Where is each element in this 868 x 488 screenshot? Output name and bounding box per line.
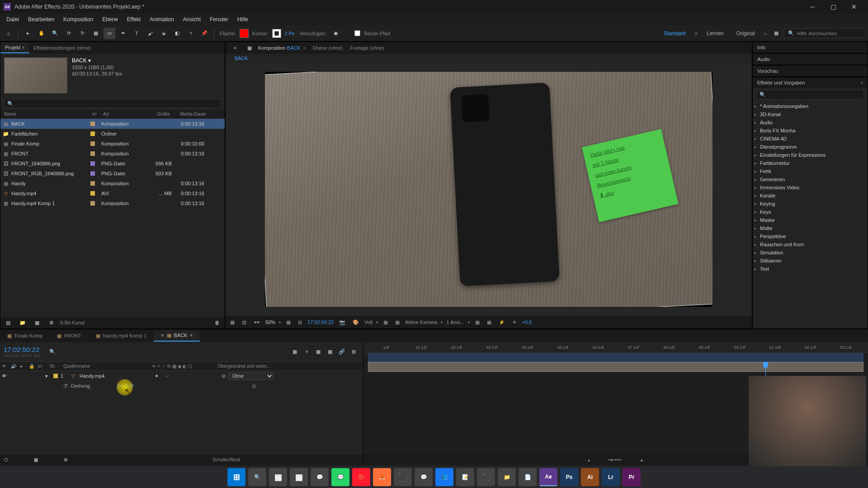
viewer-time[interactable]: 17:02:50:22 — [307, 319, 334, 325]
taskbar-start[interactable]: ⊞ — [227, 468, 245, 486]
project-item[interactable]: ▦BACK Komposition 0:00:13:16 — [0, 119, 225, 129]
stopwatch-icon[interactable]: ⏱ — [63, 383, 68, 389]
hand-tool-icon[interactable]: ✋ — [36, 28, 47, 39]
effect-category[interactable]: ▸3D-Kanal — [753, 110, 868, 118]
new-comp-icon[interactable]: ▦ — [31, 317, 43, 328]
tab-project[interactable]: Projekt≡ — [0, 42, 29, 53]
tag-swatch[interactable] — [90, 151, 95, 156]
effect-category[interactable]: ▸Immersives Video — [753, 183, 868, 192]
tab-composition[interactable]: × ▦ Komposition BACK ≡ — [226, 42, 309, 54]
icon-b[interactable]: ▦ — [485, 319, 493, 326]
interpret-footage-icon[interactable]: ▧ — [2, 317, 14, 328]
timeline-ruler[interactable]: :14f41:14f42:14f43:14f44:14f45:14f46:14f… — [363, 342, 868, 353]
taskbar-ps[interactable]: Ps — [560, 468, 578, 486]
fx-icon[interactable]: ⟋ — [165, 373, 219, 379]
taskbar-whatsapp[interactable]: 💬 — [331, 468, 349, 486]
close-tab-icon[interactable]: × — [161, 333, 164, 338]
effects-search-input[interactable]: 🔍 — [756, 90, 864, 99]
original-link[interactable]: Original — [731, 28, 760, 38]
stamp-tool-icon[interactable]: ⬙ — [158, 28, 170, 39]
project-item[interactable]: ▦Handy Komposition 0:00:13:16 — [0, 178, 225, 188]
parent-link-icon[interactable]: ⊙ — [222, 373, 226, 379]
effect-category[interactable]: ▸Kanäle — [753, 192, 868, 200]
tag-swatch[interactable] — [90, 171, 95, 176]
zoom-in-icon[interactable]: ▲ — [640, 457, 644, 462]
sync-settings-icon[interactable]: ▦ — [770, 28, 782, 39]
effect-category[interactable]: ▸* Animationsvorgaben — [753, 102, 868, 110]
parent-dropdown[interactable]: Ohne — [228, 372, 274, 380]
exposure-value[interactable]: +0,0 — [522, 319, 532, 325]
alpha-icon[interactable]: ▦ — [228, 319, 236, 326]
timeline-tab[interactable]: ×▦ BACK ≡ — [154, 330, 200, 342]
taskbar-notepad[interactable]: 📄 — [519, 468, 537, 486]
tag-swatch[interactable] — [90, 141, 95, 146]
guides-icon[interactable]: ▦ — [382, 319, 390, 326]
tag-swatch[interactable] — [90, 122, 95, 126]
tag-swatch[interactable] — [90, 161, 95, 166]
project-item[interactable]: ▦Handy.mp4 Komp 1 Komposition 0:00:13:16 — [0, 198, 225, 208]
effect-category[interactable]: ▸Stilisieren — [753, 257, 868, 265]
menu-ebene[interactable]: Ebene — [98, 14, 123, 24]
add-dropdown-icon[interactable]: ◉ — [330, 28, 342, 39]
project-search-input[interactable] — [4, 99, 221, 108]
tl-foot-2[interactable]: ▦ — [30, 454, 42, 465]
taskbar-pr[interactable]: Pr — [623, 468, 641, 486]
zoom-slider[interactable]: ━●━━━ — [608, 457, 622, 462]
tag-swatch[interactable] — [90, 201, 95, 206]
taskbar-opera[interactable]: 🔴 — [352, 468, 370, 486]
project-item[interactable]: 🖼FRONT_RGB_1840886.png PNG-Datei 503 KB — [0, 169, 225, 178]
layer-track-bar[interactable] — [368, 362, 863, 372]
orbit-tool-icon[interactable]: ⟳ — [63, 28, 75, 39]
adj-icon[interactable]: ⚙ — [46, 317, 57, 328]
snapshot-icon[interactable]: 📷 — [337, 319, 347, 326]
taskbar-teams[interactable]: 💬 — [311, 468, 329, 486]
col-tag[interactable]: 🏷 — [90, 111, 101, 117]
help-search[interactable]: 🔍 Hilfe durchsuchen — [784, 28, 865, 38]
tl-icon-2[interactable]: ✧ — [301, 346, 312, 358]
stroke-width-value[interactable]: 2 Px — [285, 31, 295, 36]
bit-depth[interactable]: 8-Bit-Kanal — [60, 320, 85, 325]
menu-hilfe[interactable]: Hilfe — [233, 14, 253, 24]
effect-category[interactable]: ▸Boris FX Mocha — [753, 127, 868, 135]
effect-category[interactable]: ▸Dienstprogramm — [753, 143, 868, 151]
panel-audio[interactable]: Audio — [753, 54, 868, 65]
tl-icon-1[interactable]: ▦ — [289, 346, 301, 358]
pen-tool-icon[interactable]: ✒ — [117, 28, 129, 39]
effect-category[interactable]: ▸Simulation — [753, 249, 868, 257]
tl-icon-3[interactable]: ▦ — [312, 346, 324, 358]
new-folder-icon[interactable]: 📁 — [17, 317, 28, 328]
tl-foot-1[interactable]: ⬡ — [0, 454, 12, 465]
tab-footage[interactable]: Footage (ohne) — [347, 45, 388, 51]
effect-category[interactable]: ▸Keying — [753, 200, 868, 208]
visibility-toggle-icon[interactable]: 👁 — [2, 373, 8, 379]
timeline-tab[interactable]: ▦ FRONT — [50, 331, 89, 341]
work-area[interactable] — [368, 353, 863, 362]
zoom-level[interactable]: 50% — [265, 319, 275, 325]
home-icon[interactable]: ⌂ — [3, 28, 14, 39]
exposure-icon[interactable]: ☀ — [510, 319, 519, 326]
puppet-tool-icon[interactable]: 📌 — [198, 28, 210, 39]
workspace-menu-icon[interactable]: ≡ — [695, 31, 698, 36]
col-type[interactable]: Art — [101, 111, 145, 117]
tab-layer[interactable]: Ebene (ohne) — [309, 45, 347, 51]
effect-category[interactable]: ▸Rauschen und Korn — [753, 240, 868, 249]
timeline-property-row[interactable]: ⏱Drehung 0x+5,9° ⊙ — [0, 381, 363, 391]
taskbar-firefox[interactable]: 🦊 — [373, 468, 391, 486]
taskbar-ai[interactable]: Ai — [581, 468, 599, 486]
effect-category[interactable]: ▸CINEMA 4D — [753, 135, 868, 143]
stroke-color-swatch[interactable] — [272, 29, 281, 38]
trash-icon[interactable]: 🗑 — [211, 317, 223, 328]
selection-tool-icon[interactable]: ▸ — [22, 28, 34, 39]
more-workspaces-icon[interactable]: » — [764, 31, 767, 36]
layer-tag[interactable] — [53, 374, 58, 378]
views-dropdown[interactable]: 1 Ansi... — [446, 319, 464, 325]
col-dur[interactable]: Media-Dauer — [172, 111, 208, 117]
type-tool-icon[interactable]: T — [131, 28, 142, 39]
bezier-checkbox[interactable] — [354, 30, 360, 36]
menu-animation[interactable]: Animation — [145, 14, 178, 24]
taskbar-tasks[interactable]: ▦ — [269, 468, 287, 486]
effect-category[interactable]: ▸Maske — [753, 216, 868, 224]
taskbar-lr[interactable]: Lr — [602, 468, 620, 486]
effect-category[interactable]: ▸Text — [753, 265, 868, 273]
rotate-tool-icon[interactable]: ↻ — [76, 28, 88, 39]
